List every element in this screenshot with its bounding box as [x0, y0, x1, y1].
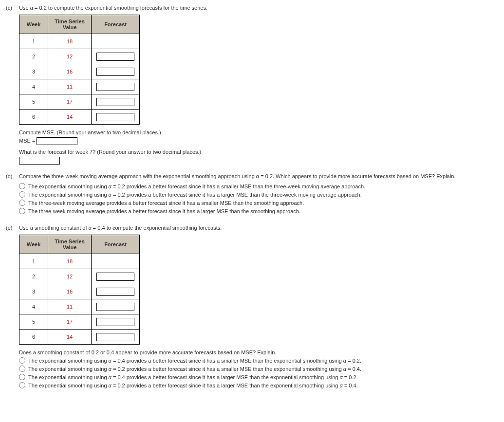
- choice-label: The exponential smoothing using α = 0.2 …: [28, 383, 358, 388]
- part-e: (e) Use a smoothing constant of α = 0.4 …: [6, 225, 498, 390]
- mse-label: MSE =: [19, 138, 37, 144]
- table-row: 316: [19, 284, 140, 299]
- ts-value: 12: [67, 54, 73, 59]
- table-row: 614: [19, 110, 140, 125]
- table-row: 118: [19, 34, 140, 49]
- alpha-symbol: α: [340, 374, 343, 380]
- choices-e: The exponential smoothing using α = 0.4 …: [19, 357, 497, 388]
- alpha-symbol: α: [89, 225, 92, 231]
- mse-input[interactable]: [37, 137, 77, 145]
- week7-input[interactable]: [19, 157, 60, 165]
- choice-row: The exponential smoothing using α = 0.2 …: [19, 366, 497, 372]
- part-c-body: Use α = 0.2 to compute the exponential s…: [19, 5, 497, 165]
- table-row: 316: [19, 64, 140, 79]
- forecast-input[interactable]: [96, 68, 134, 76]
- cell-forecast: [92, 64, 140, 79]
- cell-ts: 17: [48, 94, 92, 110]
- ts-value: 18: [67, 38, 73, 44]
- table-row: 212: [19, 269, 140, 284]
- choice-radio[interactable]: [19, 200, 25, 206]
- choice-radio[interactable]: [19, 208, 25, 214]
- part-e-body: Use a smoothing constant of α = 0.4 to c…: [19, 225, 497, 390]
- cell-ts: 11: [48, 299, 92, 314]
- choice-radio[interactable]: [19, 366, 25, 372]
- choice-radio[interactable]: [19, 191, 25, 198]
- part-c-prompt: Use α = 0.2 to compute the exponential s…: [19, 5, 497, 11]
- cell-forecast: [92, 34, 140, 49]
- mse-row: MSE =: [19, 137, 497, 145]
- part-e-label: (e): [6, 225, 18, 231]
- forecast-input[interactable]: [96, 83, 134, 91]
- cell-week: 3: [19, 284, 48, 299]
- forecast-input[interactable]: [96, 53, 134, 61]
- cell-ts: 18: [48, 254, 92, 269]
- part-d: (d) Compare the three-week moving averag…: [6, 173, 498, 216]
- part-c-label: (c): [6, 5, 18, 11]
- week7-prompt: What is the forecast for week 7? (Round …: [19, 149, 497, 155]
- choice-radio[interactable]: [19, 382, 25, 388]
- cell-week: 4: [19, 79, 48, 94]
- cell-ts: 12: [48, 49, 92, 64]
- week7-row: [19, 157, 497, 165]
- th-week: Week: [19, 15, 48, 34]
- alpha-symbol: α: [343, 358, 346, 364]
- cell-week: 6: [19, 110, 48, 125]
- choice-row: The exponential smoothing using α = 0.2 …: [19, 191, 497, 198]
- alpha-symbol: α: [340, 383, 343, 388]
- forecast-input[interactable]: [96, 318, 134, 326]
- forecast-input[interactable]: [96, 288, 134, 296]
- choice-row: The three-week moving average provides a…: [19, 208, 497, 214]
- cell-week: 5: [19, 94, 48, 110]
- cell-forecast: [92, 299, 140, 314]
- table-row: 212: [19, 49, 140, 64]
- choice-row: The exponential smoothing using α = 0.2 …: [19, 382, 497, 388]
- th-forecast: Forecast: [92, 15, 140, 34]
- ts-value: 17: [67, 99, 73, 105]
- choice-row: The exponential smoothing using α = 0.4 …: [19, 357, 497, 364]
- table-row: 118: [19, 254, 140, 269]
- cell-forecast: [92, 284, 140, 299]
- choice-radio[interactable]: [19, 374, 25, 380]
- cell-week: 2: [19, 49, 48, 64]
- alpha-symbol: α: [343, 366, 346, 372]
- mse-prompt: Compute MSE. (Round your answer to two d…: [19, 129, 497, 135]
- ts-value: 12: [67, 274, 73, 279]
- forecast-input[interactable]: [96, 113, 134, 121]
- cell-forecast: [92, 269, 140, 284]
- th-ts: Time Series Value: [48, 15, 92, 34]
- forecast-input[interactable]: [96, 273, 134, 281]
- forecast-input[interactable]: [96, 333, 134, 341]
- cell-ts: 17: [48, 314, 92, 330]
- th-week: Week: [19, 235, 48, 254]
- th-forecast: Forecast: [92, 235, 140, 254]
- ts-value: 11: [67, 304, 73, 310]
- choice-radio[interactable]: [19, 357, 25, 364]
- cell-ts: 11: [48, 79, 92, 94]
- forecast-input[interactable]: [96, 303, 134, 311]
- cell-ts: 12: [48, 269, 92, 284]
- choices-d: The exponential smoothing using α = 0.2 …: [19, 183, 497, 214]
- choice-radio[interactable]: [19, 183, 25, 189]
- table-e: Week Time Series Value Forecast 11821231…: [19, 235, 140, 345]
- cell-ts: 16: [48, 64, 92, 79]
- cell-week: 2: [19, 269, 48, 284]
- table-c: Week Time Series Value Forecast 11821231…: [19, 15, 140, 125]
- cell-forecast: [92, 110, 140, 125]
- prompt-text-pre: Use: [19, 5, 30, 11]
- cell-week: 6: [19, 330, 48, 345]
- cell-ts: 18: [48, 34, 92, 49]
- ts-value: 14: [67, 334, 73, 340]
- cell-forecast: [92, 330, 140, 345]
- forecast-input[interactable]: [96, 98, 134, 106]
- compare-prompt: Does a smoothing constant of 0.2 or 0.4 …: [19, 349, 497, 355]
- ts-value: 16: [67, 289, 73, 294]
- alpha-symbol: α: [109, 374, 112, 380]
- part-e-prompt-text: Use a smoothing constant of α = 0.4 to c…: [19, 225, 222, 231]
- alpha-symbol: α: [109, 366, 112, 372]
- cell-week: 3: [19, 64, 48, 79]
- cell-ts: 14: [48, 110, 92, 125]
- part-d-body: Compare the three-week moving average ap…: [19, 173, 497, 216]
- cell-forecast: [92, 314, 140, 330]
- alpha-symbol: α: [109, 383, 112, 388]
- choice-label: The exponential smoothing using α = 0.4 …: [28, 358, 361, 364]
